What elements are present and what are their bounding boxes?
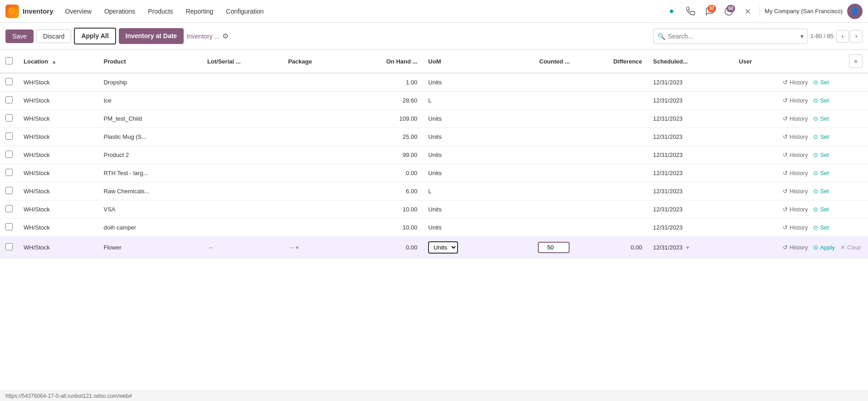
col-uom[interactable]: UoM [423,50,497,73]
search-input[interactable] [668,33,798,40]
history-link[interactable]: ↺ History [783,133,808,140]
history-link[interactable]: ↺ History [783,152,808,158]
col-location[interactable]: Location ▲ [18,50,98,73]
row-checkbox[interactable] [5,78,13,85]
app-logo[interactable]: 🟠 [5,5,19,18]
next-page-button[interactable]: › [850,30,863,43]
col-on-hand[interactable]: On Hand ... [346,50,423,73]
col-lot-serial[interactable]: Lot/Serial ... [202,50,283,73]
phone-icon-btn[interactable] [683,4,698,19]
row-checkbox[interactable] [5,96,13,103]
close-icon-btn[interactable] [741,4,755,19]
row-checkbox[interactable] [5,243,13,250]
history-link[interactable]: ↺ History [783,170,808,176]
app-title[interactable]: Inventory [23,7,54,15]
set-link[interactable]: ⊙ Set [813,152,829,158]
history-link[interactable]: ↺ History [783,79,808,86]
action-buttons: ↺ History ⊙ Apply ✕ Clear [783,244,863,251]
set-link[interactable]: ⊙ Set [813,115,829,122]
apply-link[interactable]: ⊙ Apply [813,244,835,251]
user-cell [733,146,777,164]
row-checkbox[interactable] [5,114,13,122]
history-link[interactable]: ↺ History [783,97,808,104]
history-icon: ↺ [783,79,788,86]
history-link[interactable]: ↺ History [783,244,808,251]
save-button[interactable]: Save [5,29,34,43]
location-value: WH/Stock [24,224,50,231]
lot-serial-cell [202,110,283,128]
on-hand-value: 109.00 [400,115,418,122]
menu-reporting[interactable]: Reporting [180,0,220,23]
column-settings-button[interactable]: ≡ [849,54,863,68]
menu-operations[interactable]: Operations [98,0,141,23]
row-checkbox[interactable] [5,223,13,230]
activity-icon-btn[interactable]: 60 [722,4,736,19]
user-cell [733,73,777,92]
product-cell: Dropship [98,73,201,92]
row-checkbox[interactable] [5,132,13,140]
counted-cell [497,219,575,237]
col-package[interactable]: Package [283,50,346,73]
col-counted[interactable]: Counted ... [497,50,575,73]
location-cell: WH/Stock [18,200,98,219]
product-cell: RTH Test - larg... [98,164,201,182]
user-cell [733,110,777,128]
on-hand-cell: 10.00 [346,219,423,237]
package-cell [283,110,346,128]
company-name[interactable]: My Company (San Francisco) [765,8,843,15]
counted-cell[interactable] [497,237,575,259]
uom-cell[interactable]: Units [423,237,497,259]
counted-cell [497,146,575,164]
col-product[interactable]: Product [98,50,201,73]
main-menu: Overview Operations Products Reporting C… [59,0,270,23]
set-link[interactable]: ⊙ Set [813,79,829,86]
uom-select[interactable]: Units [428,241,458,254]
row-checkbox[interactable] [5,169,13,176]
set-link[interactable]: ⊙ Set [813,97,829,104]
menu-configuration[interactable]: Configuration [219,0,270,23]
scheduled-cell: 12/31/2023 [648,146,733,164]
chat-icon-btn[interactable]: 37 [702,4,717,19]
apply-all-button[interactable]: Apply All [74,28,116,44]
action-buttons: ↺ History ⊙ Set [783,188,863,195]
history-icon: ↺ [783,188,788,195]
user-avatar[interactable]: 👤 [847,4,863,19]
scheduled-value: 12/31/2023 [653,133,683,140]
set-link[interactable]: ⊙ Set [813,224,829,231]
select-all-checkbox[interactable] [5,57,13,64]
settings-icon[interactable]: ⚙ [222,32,229,40]
actions-cell: ↺ History ⊙ Set [777,110,868,128]
history-link[interactable]: ↺ History [783,115,808,122]
history-link[interactable]: ↺ History [783,188,808,195]
col-user[interactable]: User [733,50,777,73]
discard-button[interactable]: Discard [36,29,71,43]
table-row: WH/Stock Plastic Mug (S... 25.00 Units 1… [0,128,868,146]
set-link[interactable]: ⊙ Set [813,133,829,140]
col-difference[interactable]: Difference [575,50,648,73]
inventory-at-date-button[interactable]: Inventory at Date [119,28,184,44]
breadcrumb-link[interactable]: Inventory ... [186,33,219,40]
dropdown-arrow[interactable]: ▾ [296,244,299,251]
scheduled-dropdown[interactable]: ▾ [686,244,689,251]
menu-products[interactable]: Products [141,0,179,23]
row-checkbox[interactable] [5,205,13,212]
set-link[interactable]: ⊙ Set [813,170,829,176]
col-scheduled[interactable]: Scheduled... [648,50,733,73]
set-link[interactable]: ⊙ Set [813,206,829,213]
row-checkbox[interactable] [5,187,13,194]
row-checkbox[interactable] [5,151,13,158]
lot-serial-cell [202,182,283,200]
counted-input[interactable] [538,242,570,253]
set-link[interactable]: ⊙ Set [813,188,829,195]
history-link[interactable]: ↺ History [783,224,808,231]
menu-overview[interactable]: Overview [59,0,98,23]
location-value: WH/Stock [24,152,50,158]
history-link[interactable]: ↺ History [783,206,808,213]
set-icon: ⊙ [813,188,818,195]
prev-page-button[interactable]: ‹ [836,30,849,43]
status-icon-btn[interactable]: ● [664,4,679,19]
actions-cell: ↺ History ⊙ Set [777,73,868,92]
user-cell [733,237,777,259]
search-dropdown-button[interactable]: ▾ [798,33,804,40]
clear-link[interactable]: ✕ Clear [840,244,861,251]
